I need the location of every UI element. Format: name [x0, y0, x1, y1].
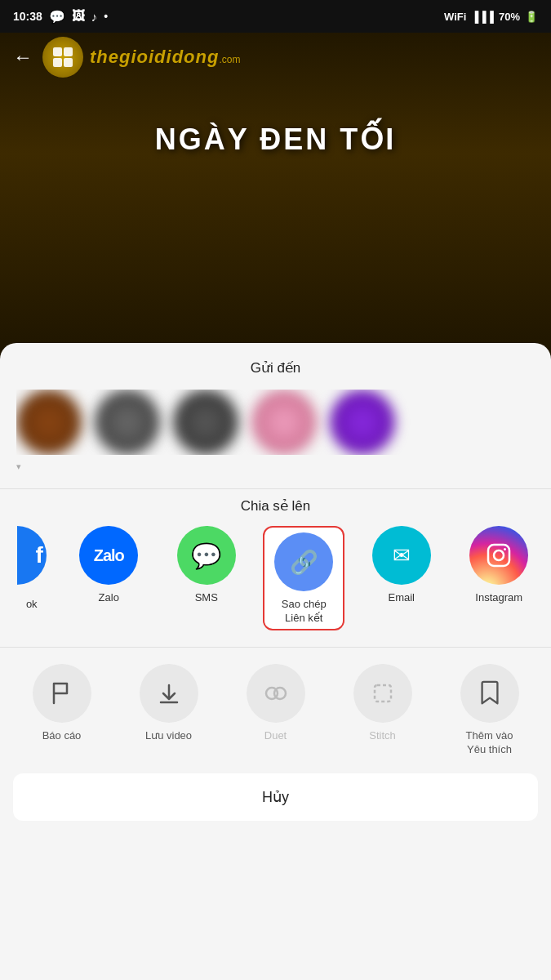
favorite-label: Thêm vàoYêu thích — [466, 729, 513, 757]
gallery-icon: 🖼 — [72, 9, 85, 24]
logo-cell-2 — [64, 47, 73, 56]
sms-icon: 💬 — [177, 526, 236, 585]
logo-cell-4 — [64, 58, 73, 67]
back-button[interactable]: ← — [13, 46, 33, 69]
action-item-duet: Duet — [235, 664, 317, 743]
svg-point-1 — [494, 550, 504, 560]
download-label: Lưu video — [145, 729, 192, 743]
page-title: NGÀY ĐEN TỐI — [0, 122, 551, 157]
zalo-label: Zalo — [99, 591, 119, 605]
logo-grid — [53, 47, 73, 67]
report-label: Báo cáo — [42, 729, 82, 743]
report-icon — [33, 664, 91, 723]
signal-icon: ▐▐▐ — [471, 11, 494, 23]
facebook-icon: f — [17, 526, 47, 585]
brand-logo: thegioididong.com — [42, 37, 240, 78]
brand-name: thegioididong — [90, 47, 219, 67]
page-title-overlay: NGÀY ĐEN TỐI — [0, 122, 551, 157]
battery-text: 70% — [499, 11, 520, 23]
share-section: Chia sẻ lên f ok Zalo Zalo 💬 SMS — [0, 497, 551, 639]
status-bar: 10:38 💬 🖼 ♪ • WiFi ▐▐▐ 70% 🔋 — [0, 0, 551, 33]
instagram-icon — [469, 526, 528, 585]
brand-text-container: thegioididong.com — [90, 47, 240, 68]
status-right: WiFi ▐▐▐ 70% 🔋 — [444, 11, 538, 23]
svg-rect-5 — [375, 685, 391, 702]
divider-2 — [0, 647, 551, 648]
dot-icon: • — [104, 10, 108, 23]
action-item-stitch: Stitch — [342, 664, 424, 743]
action-row: Báo cáo Lưu video — [8, 664, 543, 757]
duet-icon — [247, 664, 305, 723]
share-row: f ok Zalo Zalo 💬 SMS 🔗 Sao chépLiên kết — [0, 526, 551, 630]
status-left: 10:38 💬 🖼 ♪ • — [13, 9, 108, 24]
stitch-label: Stitch — [369, 729, 396, 743]
svg-rect-0 — [488, 545, 509, 566]
wifi-icon: WiFi — [444, 11, 466, 23]
duet-label: Duet — [264, 729, 287, 743]
share-item-email[interactable]: ✉ Email — [361, 526, 442, 605]
status-time: 10:38 — [13, 10, 42, 23]
svg-point-2 — [504, 548, 506, 550]
contact-avatar-5[interactable] — [330, 390, 395, 455]
messenger-icon: 💬 — [49, 9, 65, 24]
tiktok-icon: ♪ — [91, 10, 98, 24]
download-icon — [140, 664, 198, 723]
favorite-icon — [460, 664, 519, 723]
contacts-row — [16, 390, 535, 455]
sms-label: SMS — [195, 591, 218, 605]
copy-link-icon: 🔗 — [274, 532, 333, 591]
svg-point-4 — [274, 688, 286, 699]
divider-1 — [0, 488, 551, 489]
action-item-favorite[interactable]: Thêm vàoYêu thích — [449, 664, 531, 757]
contact-avatar-4[interactable] — [251, 390, 317, 455]
logo-cell-1 — [53, 47, 62, 56]
battery-icon: 🔋 — [525, 11, 538, 23]
contact-avatar-3[interactable] — [173, 390, 238, 455]
cancel-button[interactable]: Hủy — [13, 773, 538, 821]
share-item-zalo[interactable]: Zalo Zalo — [68, 526, 149, 605]
email-label: Email — [388, 591, 415, 605]
email-icon: ✉ — [372, 526, 431, 585]
copy-link-label: Sao chépLiên kết — [282, 598, 327, 626]
logo-circle — [42, 37, 83, 78]
facebook-label: ok — [26, 598, 38, 610]
send-to-title: Gửi đến — [16, 359, 535, 376]
contact-avatar-2[interactable] — [95, 390, 160, 455]
share-item-facebook[interactable]: f ok — [11, 526, 52, 610]
share-item-sms[interactable]: 💬 SMS — [166, 526, 247, 605]
zalo-icon: Zalo — [79, 526, 138, 585]
app-header: ← thegioididong.com — [0, 33, 551, 82]
brand-com: .com — [219, 54, 240, 65]
share-item-copy-link[interactable]: 🔗 Sao chépLiên kết — [263, 526, 344, 630]
logo-cell-3 — [53, 58, 62, 67]
action-section: Báo cáo Lưu video — [0, 656, 551, 757]
bottom-sheet: Gửi đến ▾ Chia sẻ lên f ok — [0, 343, 551, 980]
stitch-icon — [353, 664, 412, 723]
send-to-section: Gửi đến ▾ — [0, 343, 551, 480]
action-item-download[interactable]: Lưu video — [128, 664, 210, 743]
instagram-label: Instagram — [475, 591, 522, 605]
contact-avatar-1[interactable] — [16, 390, 82, 455]
share-item-instagram[interactable]: Instagram — [458, 526, 540, 605]
share-to-title: Chia sẻ lên — [0, 497, 551, 514]
action-item-report[interactable]: Báo cáo — [21, 664, 103, 743]
